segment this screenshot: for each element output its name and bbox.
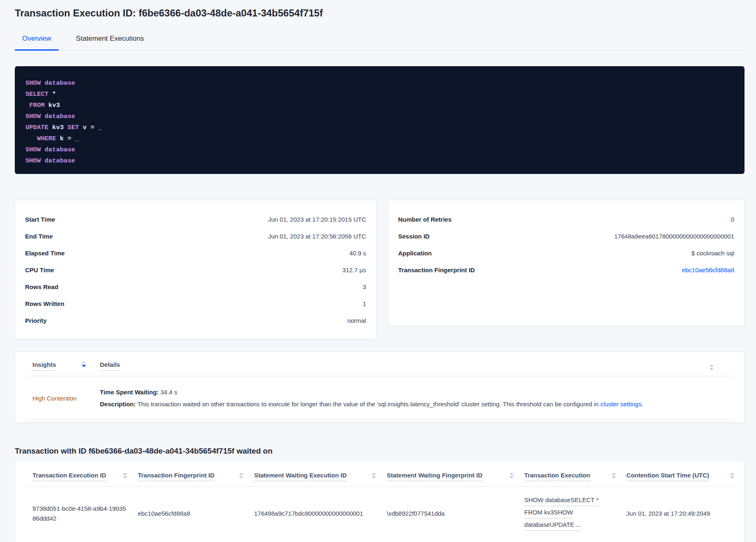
waited-on-table-card: Transaction Execution ID Transaction Fin…	[15, 461, 744, 542]
transaction-fingerprint-link[interactable]: ebc10ae56cfd88a8	[682, 266, 734, 273]
time-spent-waiting: Time Spent Waiting: 34.4 s	[100, 388, 734, 397]
sort-asc-icon	[372, 473, 376, 475]
page-title: Transaction Execution ID: f6be6366-da03-…	[15, 7, 744, 20]
col-header-details[interactable]: Details	[100, 361, 710, 371]
kv-row-priority: Priority normal	[25, 312, 366, 329]
sql-line: UPDATE kv3 SET v = _	[25, 122, 734, 133]
sql-line: SHOW database	[25, 155, 734, 167]
summary-card-session: Number of Retries 0 Session ID 17648a9ee…	[388, 200, 744, 326]
waited-table-row: 9738d051-bc0e-4158-a9b4-1903586ddd42 ebc…	[25, 487, 734, 542]
sort-asc-icon	[730, 473, 734, 475]
sort-desc-icon	[612, 476, 616, 479]
cell-statement-waiting-fingerprint-id: \xdb8922f077541dda	[387, 509, 524, 519]
col-header-contention-start-time[interactable]: Contention Start Time (UTC)	[627, 472, 734, 481]
sort-icon[interactable]	[239, 473, 243, 479]
cluster-settings-link[interactable]: cluster settings	[600, 401, 641, 408]
sort-desc-icon	[239, 476, 243, 479]
col-header-statement-waiting-fingerprint-id[interactable]: Statement Waiting Fingerprint ID	[387, 472, 524, 481]
kv-label: End Time	[25, 233, 53, 240]
waited-on-heading: Transaction with ID f6be6366-da03-48de-a…	[15, 446, 744, 456]
kv-label: Priority	[25, 317, 47, 324]
insight-details-cell: Time Spent Waiting: 34.4 s Description: …	[100, 388, 734, 409]
col-header-statement-waiting-execution-id[interactable]: Statement Waiting Execution ID	[254, 472, 387, 481]
col-header-transaction-fingerprint-id[interactable]: Transaction Fingerprint ID	[138, 472, 254, 481]
summary-card-timing: Start Time Jun 01, 2023 at 17:20:15:2015…	[15, 200, 376, 339]
sql-line: SELECT *	[25, 89, 734, 100]
kv-label: CPU Time	[25, 266, 54, 273]
time-spent-waiting-value: 34.4 s	[161, 389, 177, 396]
kv-value: $ cockroach sql	[691, 250, 734, 257]
description-text: This transaction waited on other transac…	[137, 401, 600, 408]
sort-asc-icon	[239, 473, 243, 475]
sort-icon[interactable]	[612, 473, 616, 479]
insights-header-end	[710, 361, 734, 371]
tab-statement-executions[interactable]: Statement Executions	[69, 30, 151, 50]
kv-row-rows-written: Rows Written 1	[25, 295, 366, 312]
kv-row-session-id: Session ID 17648a9eea6017800000000000000…	[398, 228, 734, 245]
kv-value: 17648a9eea6017800000000000000000001	[614, 233, 734, 240]
insight-type-cell: High Contention	[25, 395, 100, 402]
high-contention-label: High Contention	[32, 395, 77, 402]
kv-value: 312.7 µs	[342, 266, 366, 273]
kv-value: normal	[347, 317, 366, 324]
col-header-insights-label: Insights	[32, 361, 56, 371]
sort-desc-icon	[730, 476, 734, 479]
summary-cards-row: Start Time Jun 01, 2023 at 17:20:15:2015…	[15, 200, 744, 339]
col-header-transaction-execution-id[interactable]: Transaction Execution ID	[25, 472, 138, 481]
sql-line: FROM kv3	[25, 100, 734, 111]
kv-label: Transaction Fingerprint ID	[398, 266, 475, 273]
cell-transaction-execution-statement-link[interactable]: SHOW databaseSELECT * FROM kv3SHOW datab…	[524, 495, 627, 532]
sql-line: SHOW database	[25, 111, 734, 122]
col-header-insights[interactable]: Insights	[25, 361, 100, 371]
kv-label: Start Time	[25, 216, 55, 223]
sql-line: SHOW database	[25, 78, 734, 89]
sort-desc-icon	[123, 476, 127, 479]
cell-transaction-execution-id: 9738d051-bc0e-4158-a9b4-1903586ddd42	[25, 504, 138, 523]
cell-contention-start-time: Jun 01, 2023 at 17:20:49:2049	[627, 509, 734, 519]
sort-asc-icon	[82, 361, 86, 364]
kv-value: 1	[363, 300, 366, 307]
sort-desc-icon	[509, 476, 514, 479]
kv-label: Session ID	[398, 233, 430, 240]
kv-value: 3	[363, 283, 366, 290]
tab-overview[interactable]: Overview	[15, 30, 59, 51]
time-spent-waiting-label: Time Spent Waiting:	[100, 389, 159, 396]
sort-icon[interactable]	[710, 364, 714, 371]
kv-label: Rows Read	[25, 283, 58, 290]
cell-transaction-fingerprint-id: ebc10ae56cfd88a8	[138, 509, 254, 519]
kv-value: Jun 01, 2023 at 17:20:15:2015 UTC	[268, 216, 366, 223]
sort-asc-icon	[612, 473, 616, 475]
sort-asc-icon	[509, 473, 514, 475]
kv-value: Jun 01, 2023 at 17:20:56:2056 UTC	[268, 233, 366, 240]
kv-label: Application	[398, 250, 432, 257]
kv-row-rows-read: Rows Read 3	[25, 278, 366, 295]
sort-icon[interactable]	[509, 473, 514, 479]
kv-value: 40.9 s	[349, 250, 366, 257]
col-header-transaction-execution[interactable]: Transaction Execution	[524, 472, 627, 481]
kv-row-start-time: Start Time Jun 01, 2023 at 17:20:15:2015…	[25, 211, 366, 228]
sql-line: WHERE k = _	[25, 133, 734, 144]
sort-asc-icon	[710, 364, 714, 367]
col-header-details-label: Details	[100, 361, 120, 371]
sort-desc-icon	[372, 476, 376, 479]
kv-row-elapsed-time: Elapsed Time 40.9 s	[25, 245, 366, 262]
kv-row-transaction-fingerprint-id: Transaction Fingerprint ID ebc10ae56cfd8…	[398, 262, 734, 278]
kv-label: Rows Written	[25, 300, 65, 307]
sort-icon[interactable]	[123, 473, 127, 479]
kv-label: Elapsed Time	[25, 250, 65, 257]
kv-row-application: Application $ cockroach sql	[398, 245, 734, 262]
sql-line: SHOW database	[25, 144, 734, 155]
transaction-details-page: Transaction Execution ID: f6be6366-da03-…	[0, 0, 756, 542]
kv-label: Number of Retries	[398, 216, 452, 223]
description-label: Description:	[100, 401, 136, 408]
insights-table-header: Insights Details	[25, 352, 734, 376]
sort-desc-icon	[82, 365, 86, 367]
description-suffix: .	[641, 401, 643, 408]
insights-table-card: Insights Details High Contention Time Sp…	[15, 352, 744, 423]
insight-description: Description: This transaction waited on …	[100, 400, 734, 409]
sort-icon[interactable]	[82, 361, 86, 371]
sort-asc-icon	[123, 473, 127, 475]
sort-icon[interactable]	[730, 473, 734, 479]
sort-desc-icon	[710, 368, 714, 371]
sort-icon[interactable]	[372, 473, 376, 479]
